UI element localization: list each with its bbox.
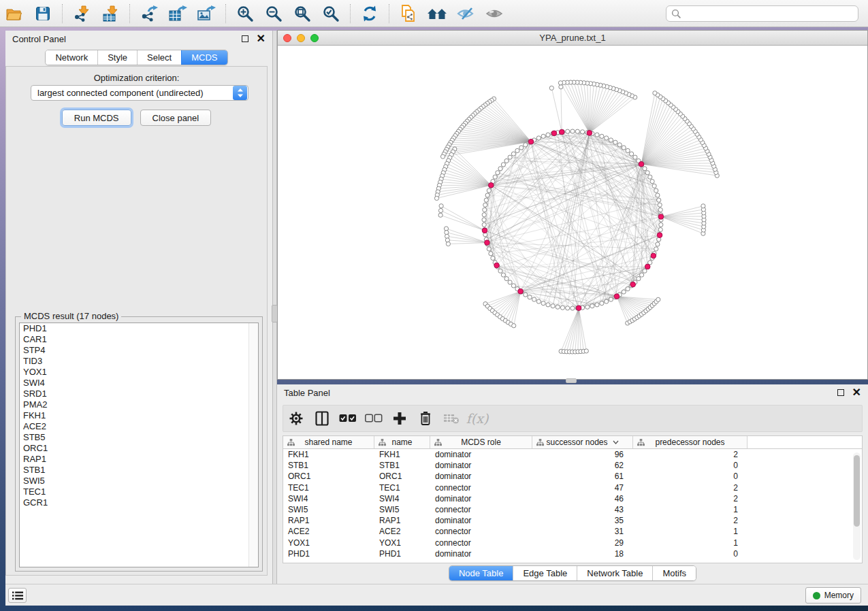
float-window-icon[interactable] xyxy=(837,389,844,396)
graph-node[interactable] xyxy=(659,222,663,227)
graph-node[interactable] xyxy=(501,273,505,277)
show-all-icon[interactable] xyxy=(484,3,504,24)
mcds-result-item[interactable]: SWI4 xyxy=(20,378,258,389)
graph-node[interactable] xyxy=(549,86,553,90)
mcds-result-item[interactable]: TID3 xyxy=(20,356,258,367)
save-session-icon[interactable] xyxy=(33,3,53,24)
graph-node[interactable] xyxy=(551,304,555,308)
graph-node[interactable] xyxy=(528,295,532,299)
export-image-icon[interactable] xyxy=(196,3,216,24)
mcds-result-item[interactable]: RAP1 xyxy=(20,454,258,465)
graph-node[interactable] xyxy=(701,204,705,208)
table-row[interactable]: ACE2ACE2connector311 xyxy=(283,526,862,537)
graph-node[interactable] xyxy=(482,228,487,233)
graph-node[interactable] xyxy=(595,133,599,137)
graph-node[interactable] xyxy=(633,155,637,159)
zoom-fit-icon[interactable] xyxy=(292,3,312,24)
graph-node[interactable] xyxy=(595,303,599,307)
mcds-result-item[interactable]: SRD1 xyxy=(20,389,258,399)
mcds-result-item[interactable]: STB5 xyxy=(20,432,258,443)
table-row[interactable]: PHD1PHD1dominator180 xyxy=(283,548,862,559)
graph-node[interactable] xyxy=(482,213,486,217)
graph-node[interactable] xyxy=(511,284,515,288)
graph-node[interactable] xyxy=(541,301,545,306)
mcds-result-item[interactable]: CAR1 xyxy=(20,334,258,345)
table-scrollbar-thumb[interactable] xyxy=(854,455,860,527)
graph-node[interactable] xyxy=(512,324,516,328)
graph-node[interactable] xyxy=(576,306,581,311)
table-row[interactable]: FKH1FKH1dominator962 xyxy=(283,449,862,460)
graph-node[interactable] xyxy=(482,222,486,227)
import-network-icon[interactable] xyxy=(71,3,92,24)
mcds-result-item[interactable]: YOX1 xyxy=(20,367,258,378)
graph-node[interactable] xyxy=(590,304,594,308)
graph-node[interactable] xyxy=(654,188,658,193)
graph-node[interactable] xyxy=(438,213,443,217)
graph-node[interactable] xyxy=(519,146,524,150)
import-table-icon[interactable] xyxy=(100,3,120,24)
table-row[interactable]: SWI5SWI5connector431 xyxy=(283,504,862,515)
graph-node[interactable] xyxy=(643,167,647,171)
graph-node[interactable] xyxy=(637,277,641,281)
mcds-result-list[interactable]: PHD1CAR1STP4TID3YOX1SWI4SRD1PMA2FKH1ACE2… xyxy=(19,323,259,567)
search-input[interactable] xyxy=(685,9,858,19)
tab-node-table[interactable]: Node Table xyxy=(449,566,513,580)
graph-node[interactable] xyxy=(622,146,626,150)
graph-node[interactable] xyxy=(648,175,652,179)
mcds-result-item[interactable]: SWI5 xyxy=(20,476,258,486)
graph-node[interactable] xyxy=(630,282,636,287)
graph-node[interactable] xyxy=(491,256,495,260)
close-panel-icon[interactable]: ✕ xyxy=(257,35,266,42)
list-scrollbar[interactable] xyxy=(248,323,258,567)
table-scrollbar[interactable] xyxy=(853,452,861,560)
graph-node[interactable] xyxy=(484,198,488,202)
mcds-result-item[interactable]: ACE2 xyxy=(20,421,258,432)
graph-node[interactable] xyxy=(528,139,534,144)
column-header-successor-nodes[interactable]: successor nodes xyxy=(532,436,633,448)
table-row[interactable]: SWI4SWI4dominator462 xyxy=(283,493,862,504)
graph-node[interactable] xyxy=(518,288,524,294)
mcds-result-item[interactable]: ORC1 xyxy=(20,443,258,454)
deselect-all-icon[interactable] xyxy=(365,410,383,427)
graph-node[interactable] xyxy=(640,273,644,277)
split-panel-icon[interactable] xyxy=(313,410,331,427)
graph-node[interactable] xyxy=(613,140,617,144)
graph-node[interactable] xyxy=(587,131,592,136)
graph-node[interactable] xyxy=(445,231,449,235)
graph-node[interactable] xyxy=(556,305,560,309)
graph-node[interactable] xyxy=(605,136,609,140)
tab-network[interactable]: Network xyxy=(46,50,97,65)
graph-node[interactable] xyxy=(546,303,550,307)
open-file-icon[interactable] xyxy=(4,3,25,24)
column-header-shared-name[interactable]: shared name xyxy=(283,436,374,448)
graph-node[interactable] xyxy=(658,203,662,207)
graph-node[interactable] xyxy=(439,204,443,208)
graph-node[interactable] xyxy=(524,143,528,147)
graph-node[interactable] xyxy=(546,133,550,137)
graph-node[interactable] xyxy=(485,240,490,246)
graph-node[interactable] xyxy=(498,167,502,171)
delete-column-icon[interactable] xyxy=(417,410,434,427)
graph-node[interactable] xyxy=(617,143,622,147)
graph-node[interactable] xyxy=(605,299,609,303)
column-header-predecessor-nodes[interactable]: predecessor nodes xyxy=(633,436,748,448)
graph-node[interactable] xyxy=(639,161,644,167)
graph-node[interactable] xyxy=(600,301,604,306)
refresh-layout-icon[interactable] xyxy=(359,3,380,24)
mcds-result-item[interactable]: PMA2 xyxy=(20,399,258,410)
first-neighbors-icon[interactable] xyxy=(427,3,447,24)
column-header-name[interactable]: name xyxy=(374,436,430,448)
graph-node[interactable] xyxy=(498,269,502,273)
graph-node[interactable] xyxy=(566,306,570,310)
graph-node[interactable] xyxy=(600,134,604,138)
graph-node[interactable] xyxy=(493,175,497,179)
column-header-MCDS-role[interactable]: MCDS role xyxy=(430,436,532,448)
duplicate-network-icon[interactable] xyxy=(398,3,419,24)
zoom-selected-icon[interactable] xyxy=(321,3,341,24)
graph-node[interactable] xyxy=(559,129,564,135)
hide-selected-icon[interactable] xyxy=(455,3,476,24)
table-row[interactable]: YOX1YOX1connector291 xyxy=(283,538,862,548)
close-panel-button[interactable]: Close panel xyxy=(140,110,212,126)
graph-node[interactable] xyxy=(445,238,449,242)
network-window-titlebar[interactable]: YPA_prune.txt_1 xyxy=(278,31,867,46)
